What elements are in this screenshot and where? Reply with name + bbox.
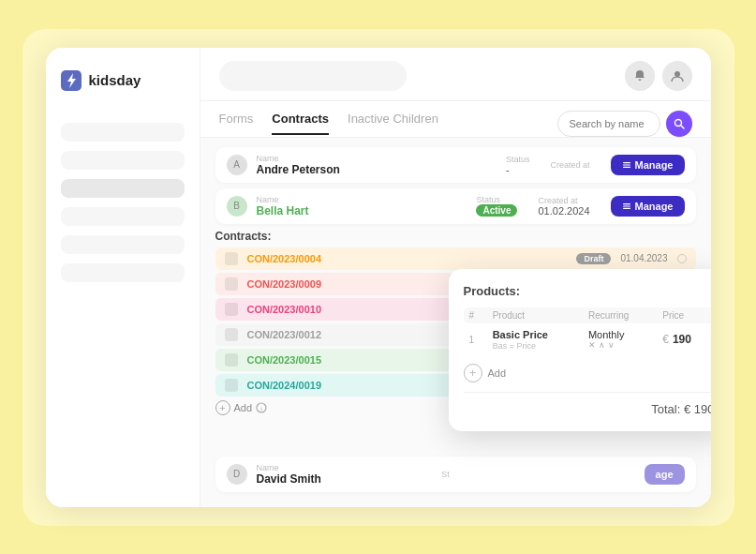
svg-point-2 [674,71,680,77]
search-by-name-area [557,111,692,137]
user-icon [671,69,684,82]
sidebar: kidsday [46,48,200,507]
logo-icon [61,70,82,91]
popup-total: Total: € 190 [464,402,711,416]
contract-row-0004[interactable]: CON/2023/0004 Draft 01.04.2023 [215,247,696,270]
recurring-arrows: ✕ ∧ ∨ [588,340,651,350]
status-david: St [441,470,450,479]
contract-icon-0019 [225,379,238,392]
table-row: 1 Basic Price Bas = Price Monthl [464,323,711,356]
recurring-value: Monthly [588,329,651,340]
user-icon-button[interactable] [662,61,692,91]
manage-icon-andre [622,160,631,170]
col-num: # [464,307,487,323]
tabs-bar: Forms Contracts Inactive Children [200,101,711,138]
svg-rect-8 [623,203,630,204]
contract-id-0004: CON/2023/0004 [247,253,568,264]
status-bella: Status Active [476,195,517,217]
tab-forms[interactable]: Forms [219,112,254,135]
person-name-andre: Andre Peterson [257,163,497,176]
name-label-bella: Name [257,195,467,204]
price-value: 190 [673,333,691,346]
content-area: Forms Contracts Inactive Children [200,48,711,507]
contract-icon-0015 [225,353,238,367]
manage-button-david[interactable]: age [645,464,685,485]
popup-add-icon: + [464,364,482,382]
sidebar-item-5[interactable] [61,235,185,254]
product-sub: Bas = Price [493,341,577,351]
svg-text:i: i [260,405,262,412]
svg-rect-7 [623,166,630,167]
price-cell: € 190 [657,323,710,356]
products-popup: Products: # Product Recurring Price [449,269,711,431]
person-info-andre: Name Andre Peterson [257,154,497,176]
avatar-david: D [227,464,247,485]
header-icons [625,61,692,91]
contract-icon-0009 [225,277,238,291]
search-icon [674,118,685,129]
sidebar-item-2[interactable] [61,151,185,170]
sidebar-item-6[interactable] [61,263,185,282]
list-area: A Name Andre Peterson Status - Created a… [200,138,711,507]
contract-date-0004: 01.04.2023 [620,253,667,263]
col-price: Price [657,307,710,323]
svg-line-4 [681,126,684,128]
sidebar-item-1[interactable] [61,123,185,142]
person-row-bella: B Name Bella Hart Status Active Created … [215,188,696,224]
product-name: Basic Price [493,329,577,340]
contract-dot-0004 [677,254,687,263]
logo-area: kidsday [61,70,185,91]
currency-symbol: € [662,333,669,346]
manage-button-bella[interactable]: Manage [611,196,685,217]
manage-icon-bella [622,202,631,211]
table-header-row: # Product Recurring Price [464,307,711,323]
popup-divider [464,392,711,393]
contracts-section-label: Contracts: [215,230,696,243]
app-name: kidsday [89,72,141,88]
svg-rect-10 [623,207,630,208]
contract-icon-0012 [225,328,238,341]
status-andre: Status - [506,155,530,175]
recurring-cell: Monthly ✕ ∧ ∨ [583,323,657,356]
person-row-andre: A Name Andre Peterson Status - Created a… [215,147,696,183]
bell-icon-button[interactable] [625,61,655,91]
avatar-andre: A [227,155,247,175]
svg-rect-5 [623,162,630,163]
row-num: 1 [464,323,487,356]
search-input[interactable] [219,61,407,91]
svg-point-3 [674,119,681,126]
active-badge: Active [476,204,517,217]
contract-icon-0004 [225,252,238,265]
add-icon: + [215,400,230,415]
popup-title: Products: [464,284,711,298]
tab-contracts[interactable]: Contracts [272,112,329,135]
popup-add-row[interactable]: + Add [464,364,711,382]
contract-badge-draft: Draft [576,253,611,264]
sidebar-item-4[interactable] [61,207,185,226]
person-row-david: D Name David Smith St age [215,457,696,492]
svg-rect-6 [623,164,630,165]
header [200,48,711,101]
manage-button-andre[interactable]: Manage [611,155,685,175]
person-info-bella: Name Bella Hart [257,195,467,217]
search-name-button[interactable] [666,111,692,137]
avatar-bella: B [227,196,247,217]
tab-inactive-children[interactable]: Inactive Children [348,112,438,135]
bell-icon [633,69,646,82]
person-name-bella: Bella Hart [257,204,467,217]
popup-add-label: Add [488,367,507,379]
search-name-input[interactable] [557,111,660,137]
svg-rect-9 [623,205,630,206]
contract-icon-0010 [225,303,238,316]
created-at-bella: Created at 01.02.2024 [538,196,589,217]
col-recurring: Recurring [583,307,657,323]
person-info-david: Name David Smith [257,463,433,486]
product-cell: Basic Price Bas = Price [487,323,583,356]
sidebar-item-3[interactable] [61,179,185,198]
outer-background: kidsday [22,29,734,526]
col-product: Product [487,307,583,323]
products-table: # Product Recurring Price 1 [464,307,711,356]
info-icon: i [256,402,267,413]
main-card: kidsday [46,48,711,507]
name-label-andre: Name [257,154,497,163]
